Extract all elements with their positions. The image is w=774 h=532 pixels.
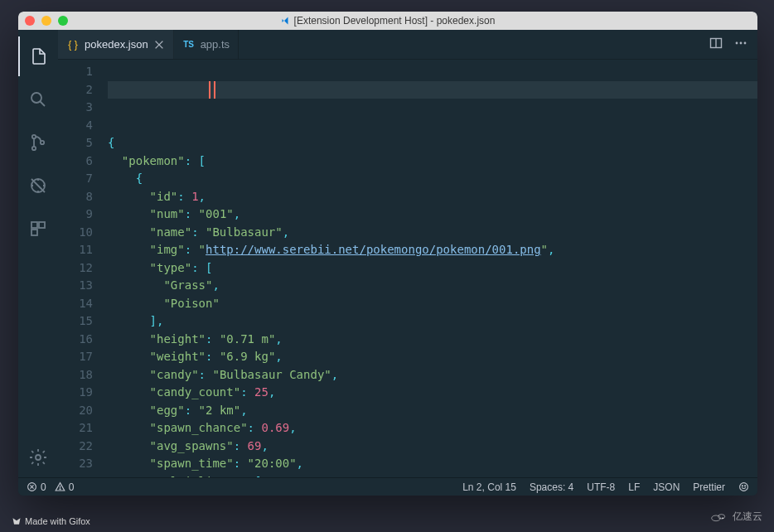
- line-number: 12: [58, 259, 93, 278]
- vscode-icon: [281, 16, 291, 26]
- line-number: 13: [58, 277, 93, 295]
- close-icon[interactable]: [153, 39, 165, 51]
- titlebar: [Extension Development Host] - pokedex.j…: [18, 12, 757, 30]
- line-number: 16: [58, 331, 93, 349]
- code-line[interactable]: "Poison": [108, 295, 757, 313]
- tab-label: app.ts: [201, 38, 230, 51]
- tab-app-ts[interactable]: TS app.ts: [174, 30, 239, 59]
- line-number: 8: [58, 188, 93, 206]
- svg-point-23: [742, 486, 743, 486]
- code-line[interactable]: "height": "0.71 m",: [108, 331, 757, 349]
- code-line[interactable]: "spawn_time": "20:00",: [108, 455, 757, 473]
- svg-line-1: [41, 102, 46, 107]
- status-bar: 0 0 Ln 2, Col 15 Spaces: 4 UTF-8 LF JSON…: [18, 477, 757, 496]
- cursor: [209, 81, 215, 99]
- extensions-icon[interactable]: [18, 209, 58, 249]
- svg-point-15: [740, 41, 743, 44]
- code-line[interactable]: "num": "001",: [108, 206, 757, 224]
- code-line[interactable]: "id": 1,: [108, 188, 757, 206]
- tab-label: pokedex.json: [85, 38, 148, 51]
- json-file-icon: { }: [66, 38, 80, 51]
- code-line[interactable]: {: [108, 170, 757, 188]
- code-line[interactable]: "type": [: [108, 259, 757, 278]
- svg-point-3: [32, 147, 36, 150]
- line-number: 20: [58, 402, 93, 420]
- status-cursor-position[interactable]: Ln 2, Col 15: [462, 481, 516, 493]
- current-line-highlight: [108, 81, 757, 99]
- main-area: { } pokedex.json TS app.ts: [18, 30, 757, 477]
- code-line[interactable]: ],: [108, 312, 757, 331]
- line-number: 9: [58, 206, 93, 224]
- line-number: 4: [58, 117, 93, 135]
- status-errors[interactable]: 0: [27, 481, 46, 493]
- watermark: 亿速云: [709, 510, 762, 524]
- status-formatter[interactable]: Prettier: [693, 481, 725, 493]
- status-warnings[interactable]: 0: [55, 481, 75, 493]
- line-number: 10: [58, 224, 93, 242]
- svg-point-24: [745, 486, 746, 486]
- line-number: 23: [58, 455, 93, 473]
- more-actions-icon[interactable]: [734, 36, 747, 53]
- tab-bar: { } pokedex.json TS app.ts: [58, 30, 757, 60]
- code-line[interactable]: "spawn_chance": 0.69,: [108, 419, 757, 438]
- code-line[interactable]: "img": "http://www.serebii.net/pokemongo…: [108, 241, 757, 259]
- svg-rect-7: [39, 222, 45, 228]
- svg-point-26: [718, 514, 725, 518]
- svg-rect-8: [31, 230, 37, 235]
- window-minimize-button[interactable]: [41, 16, 51, 26]
- line-number: 6: [58, 152, 93, 171]
- code-line[interactable]: "candy_count": 25,: [108, 384, 757, 402]
- status-indentation[interactable]: Spaces: 4: [530, 481, 573, 493]
- gifox-badge: Made with Gifox: [12, 516, 90, 526]
- window-maximize-button[interactable]: [58, 16, 68, 26]
- svg-point-22: [740, 483, 748, 491]
- svg-point-27: [722, 517, 723, 518]
- code-line[interactable]: "egg": "2 km",: [108, 402, 757, 420]
- svg-point-9: [36, 455, 41, 460]
- code-line[interactable]: "avg_spawns": 69,: [108, 438, 757, 456]
- line-number: 18: [58, 366, 93, 384]
- source-control-icon[interactable]: [18, 123, 58, 162]
- code-line[interactable]: "Grass",: [108, 277, 757, 295]
- explorer-icon[interactable]: [18, 36, 58, 76]
- code-line[interactable]: "name": "Bulbasaur",: [108, 224, 757, 242]
- line-number: 22: [58, 438, 93, 456]
- line-number: 1: [58, 63, 93, 81]
- svg-rect-6: [31, 222, 37, 228]
- svg-point-16: [744, 41, 747, 44]
- line-number: 2: [58, 81, 93, 99]
- status-encoding[interactable]: UTF-8: [587, 481, 615, 493]
- svg-point-4: [41, 141, 44, 144]
- editor-actions: [699, 30, 757, 59]
- debug-icon[interactable]: [18, 166, 58, 206]
- code-line[interactable]: "candy": "Bulbasaur Candy",: [108, 366, 757, 384]
- line-number: 5: [58, 134, 93, 152]
- search-icon[interactable]: [18, 80, 58, 119]
- code-editor[interactable]: 1234567891011121314151617181920212223 { …: [58, 60, 757, 477]
- status-feedback-icon[interactable]: [738, 481, 749, 492]
- status-eol[interactable]: LF: [628, 481, 640, 493]
- code-content[interactable]: { "pokemon": [ { "id": 1, "num": "001", …: [108, 60, 757, 477]
- line-number: 11: [58, 241, 93, 259]
- code-line[interactable]: {: [108, 134, 757, 152]
- window-title: [Extension Development Host] - pokedex.j…: [18, 15, 757, 27]
- line-number: 3: [58, 99, 93, 117]
- status-language[interactable]: JSON: [653, 481, 680, 493]
- line-number: 21: [58, 419, 93, 438]
- code-line[interactable]: "multipliers": [: [108, 473, 757, 478]
- line-number: 7: [58, 170, 93, 188]
- tab-pokedex-json[interactable]: { } pokedex.json: [58, 30, 174, 59]
- code-line[interactable]: "weight": "6.9 kg",: [108, 348, 757, 366]
- window-title-text: [Extension Development Host] - pokedex.j…: [294, 15, 496, 27]
- split-editor-icon[interactable]: [709, 36, 723, 53]
- settings-gear-icon[interactable]: [18, 438, 58, 477]
- code-line[interactable]: "pokemon": [: [108, 152, 757, 171]
- window-close-button[interactable]: [25, 16, 35, 26]
- line-number-gutter: 1234567891011121314151617181920212223: [58, 60, 108, 477]
- traffic-lights: [25, 16, 68, 26]
- line-number: 15: [58, 312, 93, 331]
- svg-point-21: [60, 489, 60, 490]
- line-number: 17: [58, 348, 93, 366]
- line-number: 14: [58, 295, 93, 313]
- ts-file-icon: TS: [182, 38, 196, 51]
